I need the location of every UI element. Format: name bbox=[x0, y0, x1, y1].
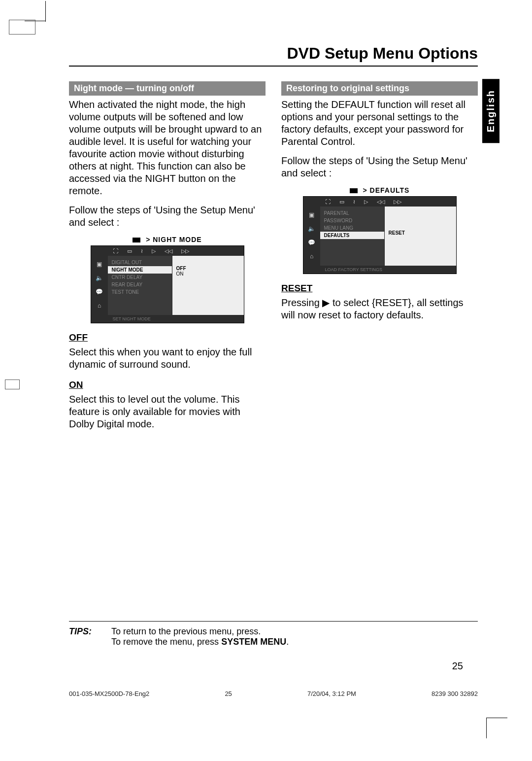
print-footer: 001-035-MX2500D-78-Eng2 25 7/20/04, 3:12… bbox=[69, 690, 478, 697]
print-mark bbox=[9, 20, 35, 35]
print-mark bbox=[5, 380, 20, 389]
menu-side-icons: ▣ 🔈 💬 ⌂ bbox=[91, 256, 108, 315]
tips-label: TIPS: bbox=[69, 626, 92, 647]
side-icon: ⌂ bbox=[98, 302, 101, 309]
menu-item: REAR DELAY bbox=[108, 281, 172, 288]
caption-text: > DEFAULTS bbox=[363, 186, 409, 194]
menu-side-icons: ▣ 🔈 💬 ⌂ bbox=[303, 207, 320, 266]
tips-line-2a: To remove the menu, press bbox=[111, 637, 221, 647]
section-header-night-mode: Night mode — turning on/off bbox=[69, 81, 266, 96]
tips-system-menu: SYSTEM MENU bbox=[221, 637, 286, 647]
menu-screenshot-defaults: ⛶ ▭ ≀ ▷ ◁◁ ▷▷ ▣ 🔈 💬 ⌂ PARENTAL bbox=[303, 196, 457, 274]
forward-icon: ▷▷ bbox=[181, 248, 189, 254]
tips-line-2c: . bbox=[286, 637, 289, 647]
page-title: DVD Setup Menu Options bbox=[69, 44, 478, 67]
right-column: Restoring to original settings Setting t… bbox=[281, 81, 478, 437]
tips-section: TIPS: To return to the previous menu, pr… bbox=[69, 621, 478, 647]
menu-topbar: ⛶ ▭ ≀ ▷ ◁◁ ▷▷ bbox=[303, 197, 456, 207]
paragraph: Follow the steps of 'Using the Setup Men… bbox=[281, 155, 478, 179]
audio-icon: ≀ bbox=[141, 248, 143, 254]
speaker-icon: ▭ bbox=[339, 199, 344, 205]
menu-item: CNTR DELAY bbox=[108, 274, 172, 281]
menu-footer: SET NIGHT MODE bbox=[91, 315, 244, 323]
caption-chip-icon bbox=[133, 238, 140, 242]
play-icon: ▷ bbox=[152, 248, 156, 254]
section-header-restoring: Restoring to original settings bbox=[281, 81, 478, 96]
menu-item: MENU LANG bbox=[320, 224, 384, 232]
menu-value: ON bbox=[176, 271, 240, 277]
language-tab: English bbox=[482, 79, 499, 143]
crop-mark bbox=[45, 1, 46, 22]
paragraph: Pressing ▶ to select {RESET}, all settin… bbox=[281, 297, 478, 321]
menu-item: PASSWORD bbox=[320, 217, 384, 224]
subhead-reset: RESET bbox=[281, 283, 478, 294]
menu-item: DIGITAL OUT bbox=[108, 259, 172, 266]
menu-item-active: DEFAULTS bbox=[320, 232, 384, 239]
side-icon: ⌂ bbox=[310, 253, 313, 260]
menu-values: RESET bbox=[385, 207, 456, 266]
paragraph: Setting the DEFAULT function will reset … bbox=[281, 99, 478, 148]
menu-list: PARENTAL PASSWORD MENU LANG DEFAULTS bbox=[320, 207, 385, 266]
menu-item: TEST TONE bbox=[108, 288, 172, 296]
page-content: DVD Setup Menu Options Night mode — turn… bbox=[69, 44, 478, 437]
menu-value-highlight: OFF bbox=[176, 266, 240, 271]
rewind-icon: ◁◁ bbox=[165, 248, 172, 254]
diagram-caption: > NIGHT MODE bbox=[69, 236, 266, 243]
menu-values: OFF ON bbox=[172, 256, 244, 315]
footer-code: 8239 300 32892 bbox=[432, 690, 478, 697]
paragraph: When activated the night mode, the high … bbox=[69, 99, 266, 197]
diagram-caption: > DEFAULTS bbox=[281, 186, 478, 194]
tips-body: To return to the previous menu, press. T… bbox=[111, 626, 289, 647]
side-icon: 🔈 bbox=[96, 275, 103, 281]
forward-icon: ▷▷ bbox=[394, 199, 401, 205]
side-icon: ▣ bbox=[97, 261, 102, 268]
side-icon: 💬 bbox=[96, 288, 103, 295]
side-icon: 💬 bbox=[308, 239, 315, 246]
paragraph: Follow the steps of 'Using the Setup Men… bbox=[69, 204, 266, 229]
crop-mark bbox=[486, 718, 487, 738]
menu-screenshot-night-mode: ⛶ ▭ ≀ ▷ ◁◁ ▷▷ ▣ 🔈 💬 ⌂ DIGITAL OUT bbox=[91, 245, 244, 323]
audio-icon: ≀ bbox=[353, 199, 355, 205]
screen-icon: ⛶ bbox=[325, 199, 331, 205]
left-column: Night mode — turning on/off When activat… bbox=[69, 81, 266, 437]
menu-value-highlight: RESET bbox=[389, 230, 452, 236]
subhead-on: ON bbox=[69, 380, 266, 390]
footer-page: 25 bbox=[225, 690, 232, 697]
menu-item: PARENTAL bbox=[320, 209, 384, 217]
menu-topbar: ⛶ ▭ ≀ ▷ ◁◁ ▷▷ bbox=[91, 246, 244, 256]
footer-date: 7/20/04, 3:12 PM bbox=[307, 690, 356, 697]
play-icon: ▷ bbox=[364, 199, 368, 205]
page-number: 25 bbox=[452, 660, 463, 672]
tips-line-1: To return to the previous menu, press. bbox=[111, 626, 261, 636]
paragraph: Select this to level out the volume. Thi… bbox=[69, 393, 266, 430]
menu-list: DIGITAL OUT NIGHT MODE CNTR DELAY REAR D… bbox=[108, 256, 172, 315]
menu-item-active: NIGHT MODE bbox=[108, 266, 172, 274]
menu-footer: LOAD FACTORY SETTINGS bbox=[303, 266, 456, 274]
screen-icon: ⛶ bbox=[113, 248, 118, 254]
rewind-icon: ◁◁ bbox=[377, 199, 385, 205]
side-icon: 🔈 bbox=[308, 225, 315, 232]
caption-chip-icon bbox=[350, 188, 358, 193]
footer-file: 001-035-MX2500D-78-Eng2 bbox=[69, 690, 149, 697]
caption-text: > NIGHT MODE bbox=[146, 236, 202, 243]
subhead-off: OFF bbox=[69, 332, 266, 343]
speaker-icon: ▭ bbox=[127, 248, 132, 254]
crop-mark bbox=[487, 718, 507, 718]
paragraph: Select this when you want to enjoy the f… bbox=[69, 346, 266, 371]
side-icon: ▣ bbox=[309, 211, 314, 218]
